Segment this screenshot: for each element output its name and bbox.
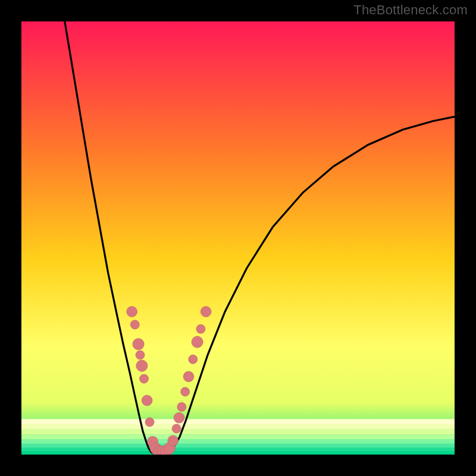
marker-point [174,412,184,423]
watermark-text: TheBottleneck.com [353,2,468,18]
marker-point [192,336,203,347]
marker-point [183,371,194,382]
marker-point [133,339,144,350]
marker-point [168,436,178,446]
plot-area [21,21,455,455]
marker-point [181,387,190,396]
color-band [21,430,455,435]
marker-point [142,395,152,406]
marker-point [127,306,137,317]
marker-point [136,350,145,359]
marker-point [189,355,198,364]
marker-point [139,374,148,383]
color-band [21,440,455,444]
marker-point [130,320,139,329]
chart-frame: TheBottleneck.com [0,0,476,476]
gradient-background [21,21,455,455]
chart-svg [21,21,455,455]
marker-point [201,306,211,317]
color-band [21,447,455,451]
color-band [21,435,455,440]
marker-point [136,360,148,371]
color-band [21,451,455,455]
color-band [21,424,455,430]
marker-point [196,324,205,333]
bottom-color-bands [21,419,455,455]
marker-point [172,424,181,433]
color-band [21,444,455,448]
color-band [21,419,455,424]
marker-point [145,418,154,427]
marker-point [177,402,186,411]
